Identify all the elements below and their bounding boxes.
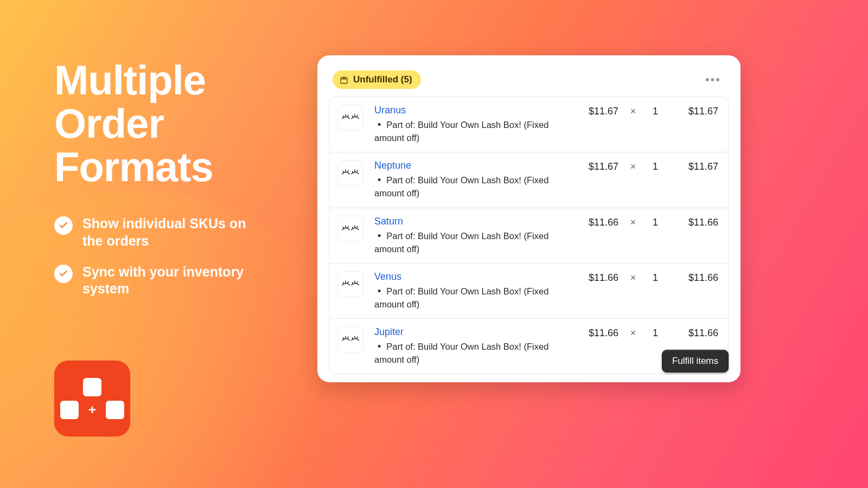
product-thumbnail [337,160,363,186]
check-icon [54,265,73,283]
product-link[interactable]: Neptune [374,160,569,171]
product-thumbnail [337,216,363,242]
product-link[interactable]: Jupiter [374,326,569,338]
unfulfilled-icon [339,75,349,85]
product-subtext: Part of: Build Your Own Lash Box! (Fixed… [374,118,569,144]
unit-price: $11.66 [575,216,618,228]
order-item-list: Uranus Part of: Build Your Own Lash Box!… [329,97,729,374]
status-badge[interactable]: Unfulfilled (5) [333,70,421,89]
multiply-symbol: × [625,216,641,228]
logo-block-icon [106,401,124,419]
line-total: $11.66 [669,271,718,284]
line-total: $11.67 [669,105,718,117]
product-thumbnail [337,105,363,131]
unit-price: $11.67 [575,105,618,117]
quantity: 1 [648,216,663,228]
order-line-item: Saturn Part of: Build Your Own Lash Box!… [330,208,728,264]
badge-label: Unfulfilled (5) [353,74,412,85]
order-line-item: Neptune Part of: Build Your Own Lash Box… [330,152,728,208]
fulfill-items-button[interactable]: Fulfill items [662,350,729,373]
title-line: Multiple [54,59,293,102]
multiply-symbol: × [625,105,641,117]
product-thumbnail [337,271,363,297]
quantity: 1 [648,326,663,339]
check-icon [54,216,73,235]
feature-text: Show individual SKUs on the orders [82,215,261,249]
app-logo-tile: + [54,361,130,436]
line-total: $11.66 [669,326,718,339]
product-link[interactable]: Venus [374,271,569,282]
lashes-icon [341,334,360,345]
multiply-symbol: × [625,160,641,172]
unit-price: $11.67 [575,160,618,172]
product-link[interactable]: Uranus [374,105,569,116]
line-total: $11.67 [669,160,718,172]
lashes-icon [341,168,360,178]
feature-row: Sync with your inventory system [54,264,293,298]
quantity: 1 [648,105,663,117]
unit-price: $11.66 [575,271,618,284]
page-title: Multiple Order Formats [54,59,293,188]
multiply-symbol: × [625,271,641,284]
lashes-icon [341,223,360,234]
logo-block-icon [83,378,101,396]
title-line: Formats [54,145,293,189]
quantity: 1 [648,160,663,172]
order-card: Unfulfilled (5) ••• Uranus Part of: Buil… [317,55,741,382]
product-subtext: Part of: Build Your Own Lash Box! (Fixed… [374,229,569,255]
multiply-symbol: × [625,326,641,339]
order-line-item: Venus Part of: Build Your Own Lash Box! … [330,264,728,319]
card-header: Unfulfilled (5) ••• [329,67,729,97]
title-line: Order [54,102,293,145]
more-menu-icon[interactable]: ••• [701,70,725,89]
product-subtext: Part of: Build Your Own Lash Box! (Fixed… [374,285,569,311]
unit-price: $11.66 [575,326,618,339]
product-link[interactable]: Saturn [374,216,569,227]
quantity: 1 [648,271,663,284]
plus-icon: + [83,401,101,419]
feature-list: Show individual SKUs on the orders Sync … [54,215,293,297]
order-line-item: Uranus Part of: Build Your Own Lash Box!… [330,97,728,152]
product-subtext: Part of: Build Your Own Lash Box! (Fixed… [374,340,569,366]
hero-copy: Multiple Order Formats Show individual S… [54,59,293,311]
feature-row: Show individual SKUs on the orders [54,215,293,249]
product-subtext: Part of: Build Your Own Lash Box! (Fixed… [374,174,569,200]
product-thumbnail [337,326,363,352]
feature-text: Sync with your inventory system [82,264,261,298]
lashes-icon [341,112,360,123]
logo-block-icon [60,401,79,419]
lashes-icon [341,279,360,290]
line-total: $11.66 [669,216,718,228]
